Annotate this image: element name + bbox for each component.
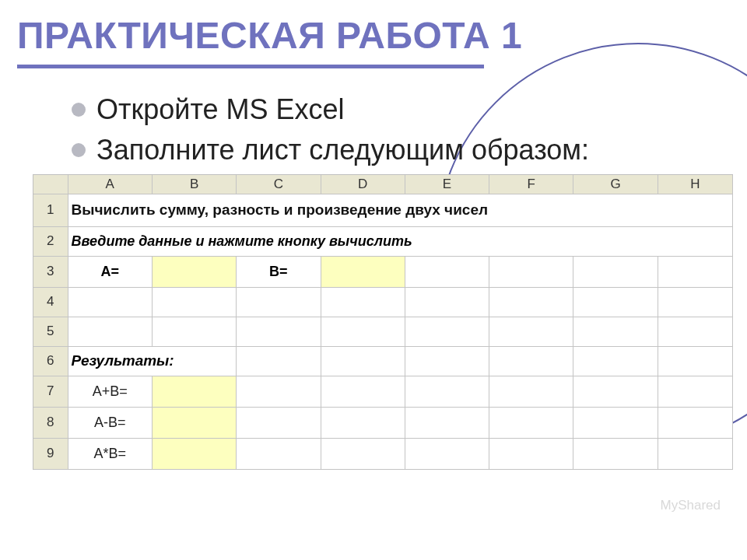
cell	[573, 407, 658, 438]
spreadsheet: A B C D E F G H 1 Вычислить сумму, разно…	[33, 175, 733, 470]
cell	[237, 438, 321, 469]
cell	[237, 346, 321, 376]
row-header: 8	[33, 407, 68, 438]
cell	[489, 376, 573, 407]
corner-cell	[33, 175, 68, 194]
cell	[658, 346, 732, 376]
cell	[658, 407, 732, 438]
cell-result-sum	[152, 376, 236, 407]
cell	[573, 438, 658, 469]
cell	[405, 256, 489, 287]
excel-screenshot: A B C D E F G H 1 Вычислить сумму, разно…	[33, 174, 733, 470]
bullet-text: Откройте MS Excel	[96, 93, 345, 126]
cell	[489, 438, 573, 469]
col-header: B	[152, 175, 236, 194]
col-header: H	[658, 175, 732, 194]
cell-result-label-prod: A*B=	[68, 438, 152, 469]
cell	[68, 287, 152, 317]
row: 9 A*B=	[33, 438, 733, 469]
col-header: C	[237, 175, 321, 194]
cell	[658, 317, 732, 346]
cell	[321, 438, 405, 469]
cell	[321, 376, 405, 407]
cell	[573, 317, 658, 346]
bullet-list: Откройте MS Excel Заполните лист следующ…	[72, 93, 730, 166]
cell	[237, 376, 321, 407]
col-header: G	[573, 175, 658, 194]
cell	[489, 287, 573, 317]
bullet-dot-icon	[72, 143, 86, 157]
cell-label-a: A=	[68, 256, 152, 287]
bullet-dot-icon	[72, 103, 86, 117]
cell	[321, 346, 405, 376]
cell-result-label-diff: A-B=	[68, 407, 152, 438]
cell	[573, 346, 658, 376]
row-header: 5	[33, 317, 68, 346]
cell	[658, 256, 732, 287]
cell	[658, 438, 732, 469]
cell	[405, 438, 489, 469]
cell	[237, 407, 321, 438]
row: 7 A+B=	[33, 376, 733, 407]
cell-result-label-sum: A+B=	[68, 376, 152, 407]
cell	[405, 346, 489, 376]
row-header: 1	[33, 194, 68, 226]
cell	[573, 256, 658, 287]
row-header: 9	[33, 438, 68, 469]
row-header: 6	[33, 346, 68, 376]
row: 1 Вычислить сумму, разность и произведен…	[33, 194, 733, 226]
cell-input-b[interactable]	[321, 256, 405, 287]
column-header-row: A B C D E F G H	[33, 175, 733, 194]
row: 8 A-B=	[33, 407, 733, 438]
col-header: F	[489, 175, 573, 194]
cell	[573, 287, 658, 317]
col-header: A	[68, 175, 152, 194]
cell	[321, 407, 405, 438]
slide: ПРАКТИЧЕСКАЯ РАБОТА 1 Откройте MS Excel …	[0, 0, 747, 560]
cell	[321, 317, 405, 346]
cell-result-prod	[152, 438, 236, 469]
cell	[405, 287, 489, 317]
watermark-text: MyShared	[661, 498, 721, 513]
cell	[573, 376, 658, 407]
cell	[405, 317, 489, 346]
row-header: 7	[33, 376, 68, 407]
row-header: 4	[33, 287, 68, 317]
bullet-text: Заполните лист следующим образом:	[96, 134, 589, 166]
cell-results-title: Результаты:	[68, 346, 237, 376]
title-underline	[17, 65, 484, 68]
cell	[489, 346, 573, 376]
cell	[658, 287, 732, 317]
cell	[405, 407, 489, 438]
cell	[658, 376, 732, 407]
cell-subheading: Введите данные и нажмите кнопку вычислит…	[68, 226, 732, 256]
cell-label-b: B=	[237, 256, 321, 287]
cell-result-diff	[152, 407, 236, 438]
cell	[489, 256, 573, 287]
cell	[68, 317, 152, 346]
row: 2 Введите данные и нажмите кнопку вычисл…	[33, 226, 733, 256]
cell	[152, 317, 236, 346]
cell-input-a[interactable]	[152, 256, 236, 287]
row-header: 2	[33, 226, 68, 256]
cell	[489, 317, 573, 346]
row-header: 3	[33, 256, 68, 287]
row: 5	[33, 317, 733, 346]
cell	[489, 407, 573, 438]
row: 6 Результаты:	[33, 346, 733, 376]
cell	[152, 287, 236, 317]
cell	[237, 287, 321, 317]
row: 3 A= B=	[33, 256, 733, 287]
cell	[237, 317, 321, 346]
bullet-item: Откройте MS Excel	[72, 93, 730, 126]
cell-heading: Вычислить сумму, разность и произведение…	[68, 194, 732, 226]
bullet-item: Заполните лист следующим образом:	[72, 134, 730, 166]
col-header: E	[405, 175, 489, 194]
row: 4	[33, 287, 733, 317]
col-header: D	[321, 175, 405, 194]
cell	[405, 376, 489, 407]
cell	[321, 287, 405, 317]
